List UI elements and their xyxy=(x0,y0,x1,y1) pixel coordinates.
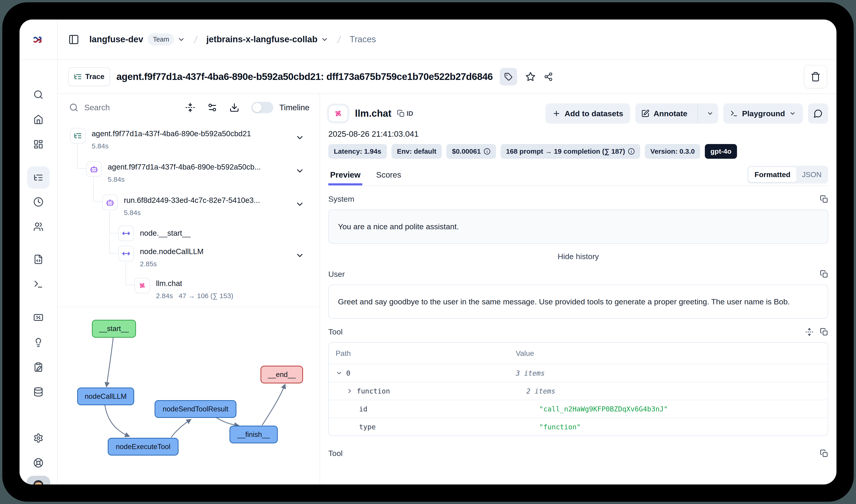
sidebar-toggle-icon[interactable] xyxy=(68,34,79,45)
bookmark-star-button[interactable] xyxy=(525,72,536,82)
evaluation-nav-icon[interactable] xyxy=(33,312,43,323)
tree-item-label: node.nodeCallLLM xyxy=(140,247,203,256)
observation-tree: agent.f9f77d1a-437f-4ba6-890e-b592a50cbd… xyxy=(57,121,320,307)
annotate-split-button: Annotate xyxy=(635,103,718,124)
user-avatar[interactable] xyxy=(26,476,50,485)
comments-button[interactable] xyxy=(808,103,828,124)
tree-item-node-start[interactable]: node.__start__ xyxy=(118,226,191,241)
tree-item-agent-span[interactable]: agent.f9f77d1a-437f-4ba6-890e-b592a50cb.… xyxy=(86,161,261,183)
project-switcher-chevron-icon[interactable] xyxy=(321,36,328,43)
search-nav-icon[interactable] xyxy=(33,90,43,100)
copy-icon[interactable] xyxy=(820,328,828,336)
sessions-clock-icon[interactable] xyxy=(33,197,43,207)
copy-icon[interactable] xyxy=(820,449,828,457)
add-to-datasets-button[interactable]: Add to datasets xyxy=(546,103,630,124)
graph-node-end[interactable]: __end__ xyxy=(261,366,303,383)
tree-item-llm-chat[interactable]: llm.chat 2.84s 47 → 106 (∑ 153) xyxy=(135,278,233,300)
chevron-down-icon[interactable] xyxy=(295,133,304,142)
tag-button[interactable] xyxy=(500,68,517,86)
collapse-all-icon[interactable] xyxy=(185,103,195,112)
chevron-right-icon[interactable] xyxy=(346,388,353,394)
latency-label: Latency: 1.94s xyxy=(334,147,381,155)
annotate-dropdown-chevron-icon[interactable] xyxy=(702,103,718,124)
cost-badge[interactable]: $0.00061 xyxy=(446,144,496,159)
tab-scores[interactable]: Scores xyxy=(374,170,403,185)
users-nav-icon[interactable] xyxy=(33,222,43,232)
annotation-clipboard-icon[interactable] xyxy=(33,362,43,372)
tree-item-duration: 5.84s xyxy=(124,209,260,217)
button-divider xyxy=(697,103,698,124)
tab-preview[interactable]: Preview xyxy=(328,170,362,185)
annotate-button[interactable]: Annotate xyxy=(635,103,693,124)
home-nav-icon[interactable] xyxy=(33,114,43,125)
tree-item-tokens: 47 → 106 (∑ 153) xyxy=(179,292,233,300)
org-logo-knot-icon[interactable] xyxy=(32,34,44,46)
system-message-box: You are a nice and polite assistant. xyxy=(328,210,828,244)
copy-icon[interactable] xyxy=(820,270,828,278)
tokens-badge[interactable]: 168 prompt → 19 completion (∑ 187) xyxy=(501,144,640,159)
cost-label: $0.00061 xyxy=(452,147,481,155)
playground-button[interactable]: Playground xyxy=(723,103,803,124)
graph-node-finish[interactable]: __finish__ xyxy=(230,426,278,443)
prompts-lightbulb-icon[interactable] xyxy=(33,337,43,347)
breadcrumb-page[interactable]: Traces xyxy=(350,34,376,44)
chevron-down-icon[interactable] xyxy=(295,251,304,260)
breadcrumb-project[interactable]: jetbrains-x-langfuse-collab xyxy=(206,34,318,44)
table-row[interactable]: type "function" xyxy=(329,418,828,435)
id-label: ID xyxy=(407,110,413,118)
tree-connector xyxy=(109,253,118,254)
tree-item-node-call-llm[interactable]: node.nodeCallLLM 2.85s xyxy=(118,246,203,268)
table-row[interactable]: id "call_n2HaWg9KFP0BZDqXv6G4b3nJ" xyxy=(329,400,828,418)
trace-title: agent.f9f77d1a-437f-4ba6-890e-b592a50cbd… xyxy=(117,71,493,82)
bot-icon xyxy=(102,195,118,210)
breadcrumb-org[interactable]: langfuse-dev xyxy=(89,34,143,44)
chevron-down-icon[interactable] xyxy=(295,166,304,176)
tree-item-trace-root[interactable]: agent.f9f77d1a-437f-4ba6-890e-b592a50cbd… xyxy=(70,128,251,150)
hide-history-button[interactable]: Hide history xyxy=(328,252,828,261)
graph-node-send-tool-result[interactable]: nodeSendToolResult xyxy=(155,400,236,418)
timeline-toggle[interactable] xyxy=(251,102,273,113)
search-input[interactable] xyxy=(84,103,167,112)
dashboard-nav-icon[interactable] xyxy=(33,139,43,149)
chevron-down-icon[interactable] xyxy=(295,200,304,209)
graph-node-start[interactable]: __start__ xyxy=(92,320,136,338)
format-json-option[interactable]: JSON xyxy=(797,170,827,179)
org-switcher-chevron-icon[interactable] xyxy=(177,36,185,43)
tree-item-label: run.6f8d2449-33ed-4c7c-82e7-5410e3... xyxy=(124,196,260,205)
agent-graph: __start__ nodeCallLLM nodeSendToolResult… xyxy=(57,307,320,485)
share-button[interactable] xyxy=(544,72,553,81)
search-icon xyxy=(69,103,78,112)
graph-node-call-llm[interactable]: nodeCallLLM xyxy=(77,388,134,405)
copy-id-button[interactable]: ID xyxy=(397,110,413,118)
terminal-nav-icon[interactable] xyxy=(33,279,43,289)
detail-tabs: Preview Scores Formatted JSON xyxy=(328,165,828,186)
model-badge[interactable]: gpt-4o xyxy=(705,144,737,159)
tree-settings-icon[interactable] xyxy=(207,103,217,112)
support-lifebuoy-icon[interactable] xyxy=(33,458,43,468)
copy-icon[interactable] xyxy=(820,195,828,203)
tree-toolbar: Timeline xyxy=(57,94,320,121)
bot-icon xyxy=(86,161,102,177)
info-icon xyxy=(628,148,635,155)
datasets-database-icon[interactable] xyxy=(33,387,43,397)
llm-pinwheel-icon xyxy=(135,278,150,293)
add-to-datasets-label: Add to datasets xyxy=(565,109,623,118)
sidebar-item-traces-active[interactable] xyxy=(27,166,50,189)
org-plan-badge: Team xyxy=(148,33,174,46)
delete-trace-button[interactable] xyxy=(804,65,827,88)
chevron-down-icon[interactable] xyxy=(336,370,342,377)
settings-gear-icon[interactable] xyxy=(33,433,43,443)
row-value: "call_n2HaWg9KFP0BZDqXv6G4b3nJ" xyxy=(539,405,828,413)
system-heading: System xyxy=(328,195,354,203)
env-label: Env: default xyxy=(397,147,436,155)
format-formatted-option[interactable]: Formatted xyxy=(748,167,796,182)
tool-section-header: Tool xyxy=(328,327,828,336)
graph-node-execute-tool[interactable]: nodeExecuteTool xyxy=(108,438,179,455)
file-code-nav-icon[interactable] xyxy=(33,254,43,265)
expand-icon[interactable] xyxy=(805,328,814,336)
download-icon[interactable] xyxy=(229,103,239,112)
info-icon xyxy=(484,148,491,155)
tree-item-run-span[interactable]: run.6f8d2449-33ed-4c7c-82e7-5410e3... 5.… xyxy=(102,195,260,217)
table-row[interactable]: function 2 items xyxy=(329,382,828,400)
table-row[interactable]: 0 3 items xyxy=(329,364,828,382)
